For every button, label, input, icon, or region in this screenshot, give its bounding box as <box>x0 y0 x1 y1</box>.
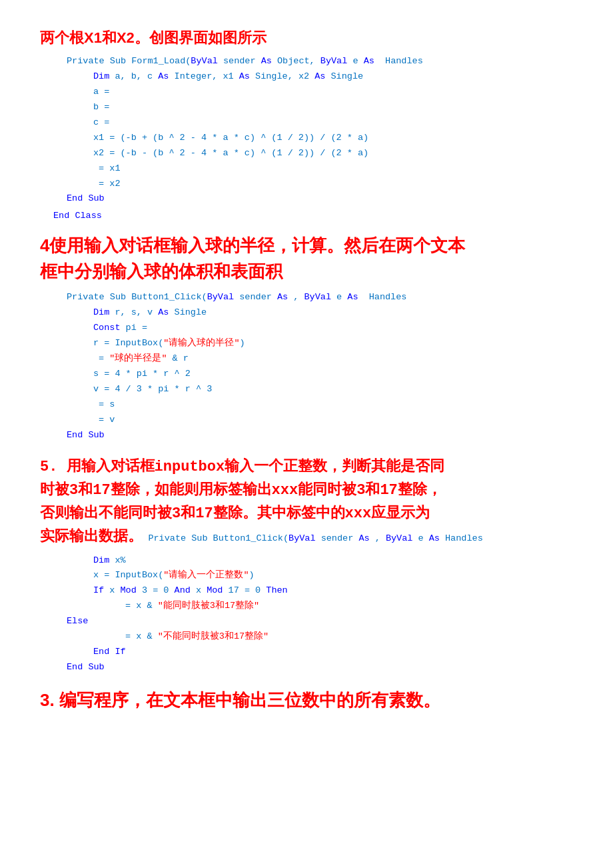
section-1-code: Private Sub Form1_Load(ByVal sender As O… <box>67 54 573 207</box>
code-line-else: Else <box>67 614 573 629</box>
code-line: x1 = (-b + (b ^ 2 - 4 * a * c) ^ (1 / 2)… <box>93 131 573 146</box>
section-4-heading: 3. 编写程序，在文本框中输出三位数中的所有素数。 <box>40 687 573 713</box>
code-line: c = <box>93 115 573 131</box>
end-class: End Class <box>53 211 573 221</box>
code-line: a = <box>93 85 573 100</box>
code-line: = x2 <box>93 177 573 192</box>
code-line: b = <box>93 100 573 115</box>
section-3-heading: 5. 用输入对话框inputbox输入一个正整数，判断其能是否同时被3和17整除… <box>40 455 573 549</box>
section-1: 两个根X1和X2。创图界面如图所示 Private Sub Form1_Load… <box>40 27 573 221</box>
code-line: Private Sub Button1_Click(ByVal sender A… <box>67 290 573 305</box>
code-line: = x & "不能同时肢被3和17整除" <box>120 629 573 645</box>
code-line-endsub: End Sub <box>67 660 573 675</box>
section-3-inline-code: Private Sub Button1_Click(ByVal sender A… <box>148 533 482 543</box>
code-line: v = 4 / 3 * pi * r ^ 3 <box>93 382 573 397</box>
page-content: 两个根X1和X2。创图界面如图所示 Private Sub Form1_Load… <box>40 27 573 713</box>
code-line-endsub: End Sub <box>67 191 573 207</box>
code-line: Dim r, s, v As Single <box>93 305 573 321</box>
code-line: s = 4 * pi * r ^ 2 <box>93 367 573 382</box>
code-line: = s <box>93 397 573 413</box>
section-2-heading: 4使用输入对话框输入球的半径，计算。然后在两个文本框中分别输入球的体积和表面积 <box>40 233 573 285</box>
code-line: End If <box>93 645 573 660</box>
section-2-code: Private Sub Button1_Click(ByVal sender A… <box>67 290 573 443</box>
code-line: x = InputBox("请输入一个正整数") <box>93 568 573 583</box>
code-line: = x1 <box>93 161 573 177</box>
code-line: Dim a, b, c As Integer, x1 As Single, x2… <box>93 69 573 85</box>
section-3-heading-text: 5. 用输入对话框inputbox输入一个正整数，判断其能是否同时被3和17整除… <box>40 459 444 546</box>
code-line: = "球的半径是" & r <box>93 351 573 367</box>
section-2: 4使用输入对话框输入球的半径，计算。然后在两个文本框中分别输入球的体积和表面积 … <box>40 233 573 443</box>
code-line-endsub: End Sub <box>67 428 573 443</box>
code-line: = x & "能同时肢被3和17整除" <box>120 599 573 614</box>
code-line: Private Sub Form1_Load(ByVal sender As O… <box>67 54 573 69</box>
section-1-heading: 两个根X1和X2。创图界面如图所示 <box>40 27 573 49</box>
code-line: x2 = (-b - (b ^ 2 - 4 * a * c) ^ (1 / 2)… <box>93 146 573 161</box>
code-line: r = InputBox("请输入球的半径") <box>93 336 573 351</box>
section-3-code: Dim x% x = InputBox("请输入一个正整数") If x Mod… <box>67 553 573 676</box>
section-3: 5. 用输入对话框inputbox输入一个正整数，判断其能是否同时被3和17整除… <box>40 455 573 675</box>
code-line: = v <box>93 413 573 428</box>
code-line: Dim x% <box>93 553 573 569</box>
code-line: If x Mod 3 = 0 And x Mod 17 = 0 Then <box>93 583 573 599</box>
code-line: Const pi = <box>93 321 573 336</box>
section-4: 3. 编写程序，在文本框中输出三位数中的所有素数。 <box>40 687 573 713</box>
